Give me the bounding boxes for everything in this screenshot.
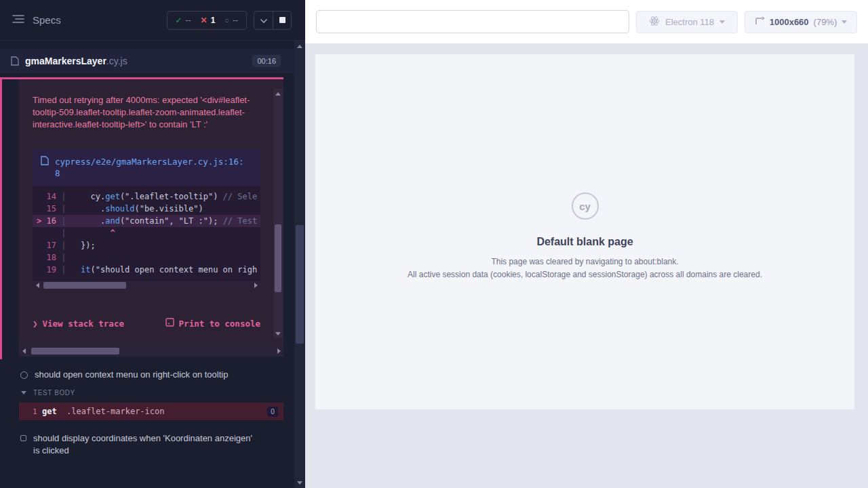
up-arrow-icon (297, 45, 302, 48)
up-arrow-icon (275, 92, 281, 96)
blank-page-description-2: All active session data (cookies, localS… (408, 270, 762, 279)
reporter-sidebar: Specs ✓ -- ✕ 1 ○ -- (0, 0, 305, 488)
failed-test-left-border (0, 77, 2, 359)
url-input[interactable] (316, 10, 629, 33)
test-running-icon (20, 371, 28, 379)
scroll-up-arrow[interactable] (294, 41, 305, 52)
scroll-thumb[interactable] (31, 348, 119, 354)
chevron-right-icon: ❯ (33, 319, 38, 329)
scroll-thumb[interactable] (43, 282, 126, 289)
stat-passed: ✓ -- (176, 16, 191, 25)
specs-list-icon (12, 14, 24, 26)
error-actions: ❯ View stack trace Print to console (33, 318, 260, 329)
cypress-logo: cy (572, 192, 599, 220)
code-line: 19 | it("should open context menu on rig… (33, 264, 260, 276)
failed-count: 1 (211, 16, 216, 25)
scroll-thumb[interactable] (275, 224, 281, 292)
error-vertical-scrollbar (273, 89, 283, 338)
error-message: Timed out retrying after 4000ms: expecte… (33, 94, 252, 131)
pending-circle-icon: ○ (224, 16, 229, 24)
collapse-all-button[interactable] (254, 12, 273, 29)
chevron-down-icon (842, 20, 847, 24)
viewport-scale: (79%) (814, 17, 837, 27)
scroll-thumb[interactable] (296, 225, 304, 344)
code-line: | ^ (33, 227, 260, 239)
view-stack-trace-link[interactable]: ❯ View stack trace (33, 319, 124, 329)
specs-menu-button[interactable] (9, 12, 27, 29)
scroll-down-arrow[interactable] (273, 329, 283, 338)
left-arrow-icon (22, 348, 26, 354)
spec-file-icon (11, 56, 19, 66)
test-title: should open context menu on right-click … (35, 369, 228, 381)
spec-timer: 00:16 (252, 55, 281, 67)
code-line: 18 | (33, 251, 260, 264)
print-to-console-button[interactable]: Print to console (165, 318, 260, 329)
reporter-header: Specs ✓ -- ✕ 1 ○ -- (0, 0, 305, 41)
command-message: .leaflet-marker-icon (66, 407, 165, 416)
chevron-down-icon (21, 391, 26, 394)
print-console-label: Print to console (179, 319, 260, 329)
code-frame: cypress/e2e/gmaMarkersLayer.cy.js:16:8 1… (33, 149, 260, 290)
stat-pending: ○ -- (224, 16, 238, 25)
stack-trace-label: View stack trace (43, 319, 124, 329)
blank-page-title: Default blank page (536, 236, 633, 248)
browser-select[interactable]: Electron 118 (636, 11, 738, 33)
check-icon: ✓ (176, 16, 182, 25)
code-line: > 16 | .and("contain", "LT :"); // Test (33, 215, 260, 227)
aut-iframe: cy Default blank page This page was clea… (315, 54, 854, 409)
test-item-coordinates[interactable]: should display coordinates when 'Koordin… (0, 432, 283, 457)
code-line: 15 | .should("be.visible") (33, 203, 260, 215)
code-line: 17 | }); (33, 239, 260, 251)
scroll-right-arrow[interactable] (274, 346, 283, 357)
stat-failed: ✕ 1 (201, 16, 216, 25)
run-controls (254, 11, 292, 30)
scroll-up-arrow[interactable] (273, 89, 283, 98)
code-frame-file-link[interactable]: cypress/e2e/gmaMarkersLayer.cy.js:16:8 (55, 156, 245, 179)
right-arrow-icon (254, 283, 258, 288)
test-title: should display coordinates when 'Koordin… (33, 432, 257, 457)
stop-icon (279, 17, 285, 23)
cross-icon: ✕ (201, 16, 208, 25)
passed-count: -- (186, 16, 191, 25)
test-stats: ✓ -- ✕ 1 ○ -- (167, 11, 247, 30)
blank-page-content: cy Default blank page This page was clea… (315, 54, 854, 279)
code-lines: 14 | cy.get(".leaflet-tooltip") // Sele … (33, 186, 260, 281)
stop-button[interactable] (273, 12, 291, 29)
pending-count: -- (233, 16, 238, 25)
scroll-left-arrow[interactable] (19, 346, 28, 357)
cypress-app: Specs ✓ -- ✕ 1 ○ -- (0, 0, 868, 488)
code-frame-header: cypress/e2e/gmaMarkersLayer.cy.js:16:8 (33, 149, 260, 186)
browser-name: Electron 118 (665, 17, 714, 27)
test-error-panel: Timed out retrying after 4000ms: expecte… (19, 79, 283, 346)
command-log-entry[interactable]: 1 get .leaflet-marker-icon 0 (19, 403, 283, 420)
scroll-right-arrow[interactable] (251, 281, 260, 290)
down-arrow-icon (297, 481, 302, 485)
specs-title: Specs (33, 14, 61, 26)
right-arrow-icon (277, 348, 281, 354)
viewport-info[interactable]: 1000x660 (79%) (745, 11, 857, 33)
code-line: 14 | cy.get(".leaflet-tooltip") // Sele (33, 190, 260, 203)
test-body-label: TEST BODY (33, 389, 75, 396)
command-badge: 0 (267, 407, 278, 417)
test-pending-icon (20, 435, 26, 441)
scroll-left-arrow[interactable] (33, 281, 42, 290)
test-item-context-menu[interactable]: should open context menu on right-click … (0, 369, 283, 381)
scroll-down-arrow[interactable] (294, 477, 305, 488)
aut-toolbar: Electron 118 1000x660 (79%) (305, 0, 868, 43)
command-number: 1 (19, 407, 42, 416)
left-arrow-icon (36, 283, 39, 288)
error-horizontal-scrollbar (19, 346, 283, 357)
spec-header[interactable]: gmaMarkersLayer .cy.js 00:16 (0, 49, 294, 73)
viewport-size: 1000x660 (770, 17, 809, 27)
header-controls: ✓ -- ✕ 1 ○ -- (167, 11, 292, 30)
viewport-icon (755, 16, 765, 28)
test-body-section[interactable]: TEST BODY (0, 389, 283, 396)
chevron-down-icon (260, 14, 268, 26)
chevron-down-icon (719, 20, 725, 24)
code-horizontal-scrollbar (33, 281, 260, 290)
electron-icon (649, 16, 660, 29)
console-icon (165, 318, 174, 329)
file-icon (41, 156, 49, 179)
blank-page-description-1: This page was cleared by navigating to a… (491, 257, 678, 266)
command-method: get (42, 407, 66, 416)
